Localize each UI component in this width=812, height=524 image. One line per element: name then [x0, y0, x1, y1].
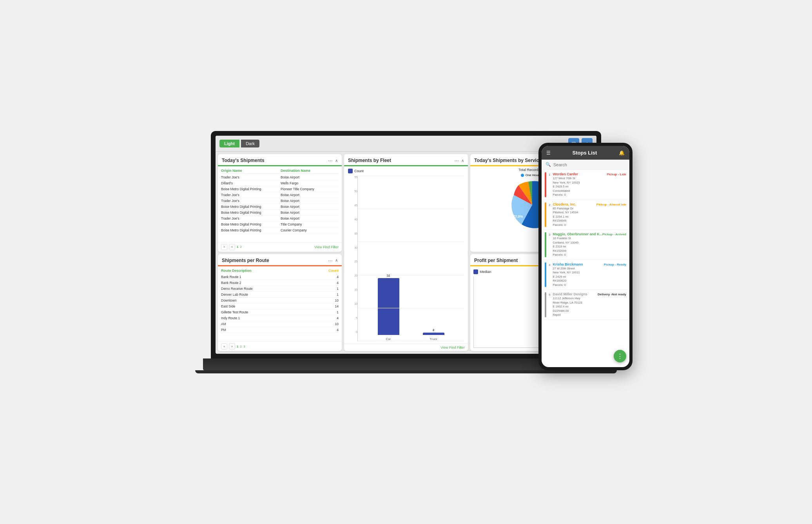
route-row: PM4	[221, 327, 339, 333]
stop-address: 127 West 70th StNew York, NY 10023E 2429…	[553, 176, 626, 197]
shipments-footer: ‹ › 1 2 View Find Filter	[218, 242, 342, 252]
y-50: 50	[348, 190, 357, 193]
stop-name: Krisha Birckmann	[553, 262, 583, 266]
stop-address: 27 W 20th StreetNew York, NY 10011E 2429…	[553, 267, 626, 287]
page-2[interactable]: 2	[240, 245, 241, 249]
stop-item[interactable]: 4 Krisha Birckmann Pickup - Ready 27 W 2…	[542, 260, 629, 290]
origin-cell: Boise Metro Digital Printing	[221, 205, 279, 209]
route-count-cell: 10	[335, 322, 339, 326]
route-name-cell: Indy Route 1	[221, 316, 335, 320]
destination-col-header: Destination Name	[281, 169, 339, 173]
routes-pagination: ‹ › 1 2 3	[221, 343, 245, 349]
bars-area: 52 Car 2 Truck	[357, 176, 464, 341]
truck-bar-value: 2	[433, 328, 434, 332]
y-20: 20	[348, 274, 357, 277]
routes-menu-button[interactable]: ···	[328, 257, 333, 264]
origin-cell: Trader Joe's	[221, 199, 279, 203]
route-count-cell: 14	[335, 304, 339, 308]
stop-item[interactable]: 1 Worden Canfer Pickup - Late 127 West 7…	[542, 170, 629, 200]
shipments-menu-button[interactable]: ···	[328, 157, 333, 164]
y-30: 30	[348, 246, 357, 249]
one-hour-dot	[521, 174, 524, 177]
route-name-cell: Gillette Test Route	[221, 310, 335, 314]
route-row: AM10	[221, 321, 339, 327]
phone-header: ☰ Stops List 🔔	[542, 146, 629, 160]
stop-address: 11112 Jefferson HwyRiver Ridge, LA 70123…	[553, 297, 626, 317]
stop-color-bar	[545, 202, 546, 227]
stop-status: Pickup - Almost late	[596, 203, 626, 206]
stop-status: Pickup - Late	[607, 173, 626, 176]
origin-cell: Trader Joe's	[221, 175, 279, 179]
stop-top-row: Krisha Birckmann Pickup - Ready	[553, 262, 626, 266]
stop-item[interactable]: 3 Maggio, Oberbrunner and K... Pickup - …	[542, 230, 629, 260]
routes-next-button[interactable]: ›	[229, 343, 235, 349]
car-bar-label: Car	[386, 337, 391, 341]
total-records-label: Total Records:	[518, 168, 541, 172]
hamburger-icon[interactable]: ☰	[546, 150, 551, 156]
stop-item[interactable]: 5 David Miller Designs Delivery -Not rea…	[542, 290, 629, 320]
routes-prev-button[interactable]: ‹	[221, 343, 227, 349]
car-bar-value: 52	[387, 274, 390, 277]
fleet-view-filter[interactable]: View Find Filter	[440, 346, 465, 349]
stop-top-row: Maggio, Oberbrunner and K... Pickup - Ar…	[553, 232, 626, 236]
dest-cell: Boise Airport	[281, 175, 339, 179]
dest-cell: Boise Airport	[281, 217, 339, 220]
fleet-chart: 55 50 45 40 35 30 25 20 15	[348, 176, 464, 341]
stop-status: Delivery -Not ready	[598, 293, 626, 296]
fleet-menu-button[interactable]: ···	[454, 157, 459, 164]
routes-page-1[interactable]: 1	[237, 345, 238, 348]
route-name-cell: AM	[221, 322, 334, 326]
route-row: Denver Lab Route1	[221, 292, 339, 298]
table-row: Dillard'sWells Fargo	[221, 180, 339, 186]
fleet-widget-controls: ··· ∧	[454, 157, 464, 164]
light-theme-button[interactable]: Light	[219, 140, 239, 147]
route-row: Gillette Test Route1	[221, 309, 339, 315]
dest-cell: Boise Airport	[281, 199, 339, 203]
phone-search-input[interactable]	[553, 162, 625, 167]
origin-cell: Boise Metro Digital Printing	[221, 187, 279, 191]
shipments-widget-controls: ··· ∧	[328, 157, 338, 164]
shipments-collapse-button[interactable]: ∧	[335, 158, 338, 163]
prev-page-button[interactable]: ‹	[221, 244, 227, 250]
route-count-cell: 4	[337, 281, 339, 285]
routes-page-2[interactable]: 2	[240, 345, 241, 348]
fab-button[interactable]: ⋮	[614, 350, 626, 362]
route-count-header: Count	[328, 269, 339, 273]
fleet-collapse-button[interactable]: ∧	[461, 158, 464, 163]
route-count-cell: 1	[337, 310, 339, 314]
shipments-widget-title: Today's Shipments	[222, 158, 265, 163]
routes-collapse-button[interactable]: ∧	[335, 258, 338, 262]
stop-name: Worden Canfer	[553, 172, 578, 176]
profit-legend-label: Median	[480, 270, 491, 274]
route-row: Indy Route 14	[221, 315, 339, 321]
shipments-table-header: Origin Name Destination Name	[221, 168, 339, 174]
y-40: 40	[348, 218, 357, 221]
next-page-button[interactable]: ›	[229, 244, 235, 250]
stop-top-row: Cloudera, Inc. Pickup - Almost late	[553, 202, 626, 206]
pie-label-778: 77.8%	[513, 215, 523, 218]
bell-icon[interactable]: 🔔	[619, 150, 625, 156]
view-filter-link[interactable]: View Find Filter	[314, 245, 339, 249]
stop-top-row: Worden Canfer Pickup - Late	[553, 172, 626, 176]
table-row: Boise Metro Digital PrintingBoise Airpor…	[221, 210, 339, 216]
dest-cell: Title Company	[281, 222, 339, 226]
stops-list: 1 Worden Canfer Pickup - Late 127 West 7…	[542, 170, 629, 367]
stop-num: 2	[549, 203, 550, 227]
stop-name: David Miller Designs	[553, 292, 587, 296]
routes-page-3[interactable]: 3	[243, 345, 245, 348]
y-35: 35	[348, 232, 357, 235]
dark-theme-button[interactable]: Dark	[241, 140, 259, 147]
page-1[interactable]: 1	[237, 245, 238, 249]
route-name-cell: Downtown	[221, 298, 334, 302]
car-bar-group: 52 Car	[378, 274, 399, 341]
y-55: 55	[348, 176, 357, 178]
origin-cell: Trader Joe's	[221, 217, 279, 220]
route-count-cell: 1	[337, 293, 339, 297]
fab-icon: ⋮	[617, 353, 623, 360]
car-bar	[378, 278, 399, 335]
dest-cell: Pioneer Title Company	[281, 187, 339, 191]
table-row: Trader Joe'sBoise Airport	[221, 198, 339, 204]
search-icon: 🔍	[546, 162, 551, 167]
route-row: Demo Receive Route1	[221, 286, 339, 292]
stop-item[interactable]: 2 Cloudera, Inc. Pickup - Almost late 65…	[542, 200, 629, 230]
